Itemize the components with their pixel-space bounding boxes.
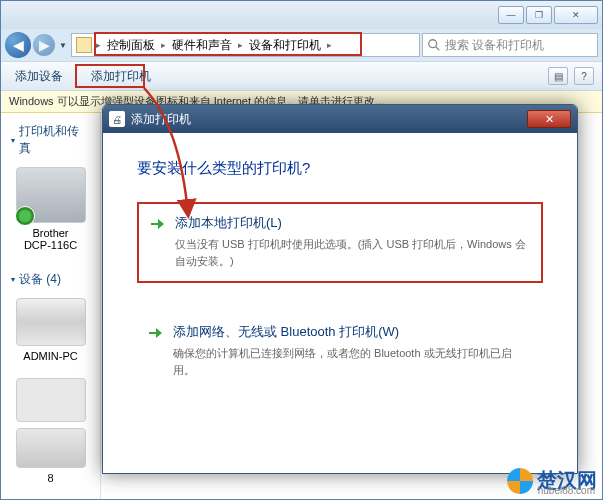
dialog-title: 添加打印机 bbox=[131, 111, 191, 128]
back-button[interactable]: ◀ bbox=[5, 32, 31, 58]
dialog-titlebar: 🖨 添加打印机 ✕ bbox=[103, 105, 577, 133]
dialog-heading: 要安装什么类型的打印机? bbox=[137, 159, 543, 178]
section-label: 设备 (4) bbox=[19, 271, 61, 288]
watermark: 楚汉网 hubei88.com bbox=[507, 467, 597, 494]
watermark-logo-icon bbox=[507, 468, 533, 494]
chevron-right-icon: ▸ bbox=[238, 40, 243, 50]
toolbar-right: ▤ ? bbox=[548, 67, 594, 85]
close-button[interactable]: ✕ bbox=[554, 6, 598, 24]
breadcrumb[interactable]: ▸ 控制面板 ▸ 硬件和声音 ▸ 设备和打印机 ▸ bbox=[71, 33, 420, 57]
nav-history-dropdown[interactable]: ▼ bbox=[57, 34, 69, 56]
option-title: 添加本地打印机(L) bbox=[175, 214, 527, 232]
add-printer-dialog: 🖨 添加打印机 ✕ 要安装什么类型的打印机? 添加本地打印机(L) 仅当没有 U… bbox=[102, 104, 578, 474]
forward-button[interactable]: ▶ bbox=[33, 34, 55, 56]
printer-icon: 🖨 bbox=[109, 111, 125, 127]
device-label: 8 bbox=[5, 472, 96, 484]
minimize-button[interactable]: — bbox=[498, 6, 524, 24]
device-label: ADMIN-PC bbox=[5, 350, 96, 362]
device-item[interactable] bbox=[1, 372, 100, 428]
device-icon bbox=[16, 378, 86, 422]
option-add-local-printer[interactable]: 添加本地打印机(L) 仅当没有 USB 打印机时使用此选项。(插入 USB 打印… bbox=[137, 202, 543, 283]
svg-line-1 bbox=[436, 47, 440, 51]
device-list: ▾ 打印机和传真 Brother DCP-116C ▾ 设备 (4) ADMIN… bbox=[1, 113, 101, 499]
option-add-network-printer[interactable]: 添加网络、无线或 Bluetooth 打印机(W) 确保您的计算机已连接到网络，… bbox=[137, 313, 543, 390]
watermark-subtext: hubei88.com bbox=[538, 485, 595, 496]
arrow-right-icon bbox=[149, 216, 165, 232]
help-button[interactable]: ? bbox=[574, 67, 594, 85]
dialog-body: 要安装什么类型的打印机? 添加本地打印机(L) 仅当没有 USB 打印机时使用此… bbox=[103, 133, 577, 473]
chevron-down-icon: ▾ bbox=[11, 136, 15, 145]
section-label: 打印机和传真 bbox=[19, 123, 90, 157]
option-title: 添加网络、无线或 Bluetooth 打印机(W) bbox=[173, 323, 529, 341]
arrow-right-icon bbox=[147, 325, 163, 341]
section-devices-header[interactable]: ▾ 设备 (4) bbox=[1, 267, 100, 292]
svg-point-0 bbox=[429, 40, 437, 48]
hard-drive-icon bbox=[16, 298, 86, 346]
add-device-button[interactable]: 添加设备 bbox=[9, 64, 69, 89]
search-input[interactable]: 搜索 设备和打印机 bbox=[422, 33, 598, 57]
section-printers-header[interactable]: ▾ 打印机和传真 bbox=[1, 119, 100, 161]
chevron-right-icon: ▸ bbox=[161, 40, 166, 50]
command-bar: 添加设备 添加打印机 ▤ ? bbox=[1, 61, 602, 91]
search-placeholder: 搜索 设备和打印机 bbox=[445, 37, 544, 54]
option-description: 确保您的计算机已连接到网络，或者您的 Bluetooth 或无线打印机已启用。 bbox=[173, 345, 529, 378]
search-icon bbox=[427, 38, 441, 52]
chevron-down-icon: ▾ bbox=[11, 275, 15, 284]
navigation-bar: ◀ ▶ ▼ ▸ 控制面板 ▸ 硬件和声音 ▸ 设备和打印机 ▸ 搜索 设备和打印… bbox=[1, 29, 602, 61]
view-options-button[interactable]: ▤ bbox=[548, 67, 568, 85]
device-label: Brother bbox=[5, 227, 96, 239]
breadcrumb-item[interactable]: 控制面板 bbox=[105, 37, 157, 54]
printer-icon bbox=[16, 167, 86, 223]
printer-item[interactable]: Brother DCP-116C bbox=[1, 161, 100, 261]
breadcrumb-item[interactable]: 设备和打印机 bbox=[247, 37, 323, 54]
camera-item[interactable]: 8 bbox=[1, 428, 100, 494]
breadcrumb-item[interactable]: 硬件和声音 bbox=[170, 37, 234, 54]
window-titlebar: — ❐ ✕ bbox=[1, 1, 602, 29]
computer-item[interactable]: ADMIN-PC bbox=[1, 292, 100, 372]
chevron-right-icon: ▸ bbox=[96, 40, 101, 50]
option-description: 仅当没有 USB 打印机时使用此选项。(插入 USB 打印机后，Windows … bbox=[175, 236, 527, 269]
camera-icon bbox=[16, 428, 86, 468]
chevron-right-icon: ▸ bbox=[327, 40, 332, 50]
device-label: DCP-116C bbox=[5, 239, 96, 251]
maximize-button[interactable]: ❐ bbox=[526, 6, 552, 24]
add-printer-button[interactable]: 添加打印机 bbox=[85, 64, 157, 89]
dialog-close-button[interactable]: ✕ bbox=[527, 110, 571, 128]
